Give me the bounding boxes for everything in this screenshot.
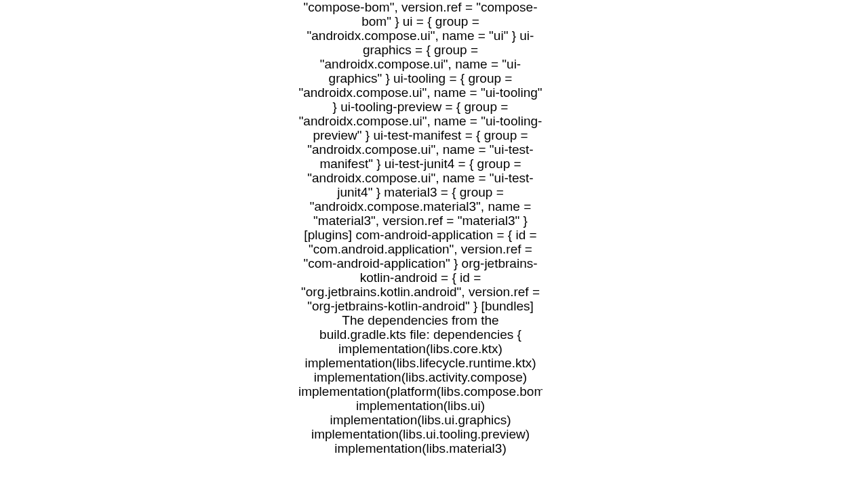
document-body: "compose-bom", version.ref = "compose-bo… (298, 0, 542, 488)
config-text-block: "compose-bom", version.ref = "compose-bo… (298, 0, 542, 455)
